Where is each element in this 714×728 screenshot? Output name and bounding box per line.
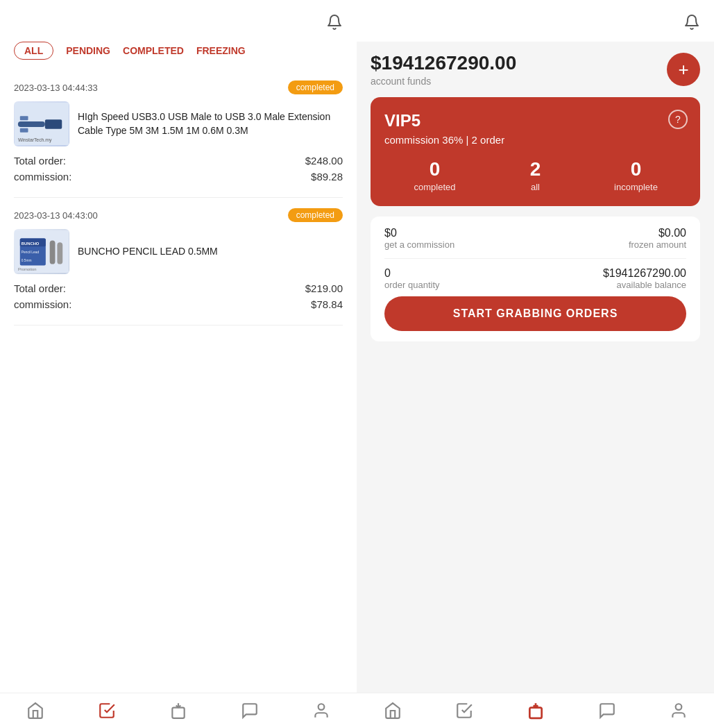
- left-header: [0, 0, 357, 42]
- right-content: $1941267290.00 account funds + ? VIP5 co…: [357, 42, 714, 693]
- commission-value: $89.28: [311, 171, 343, 183]
- svg-rect-17: [529, 708, 541, 718]
- product-row: WinstarTech.my HIgh Speed USB3.0 USB Mal…: [14, 101, 343, 146]
- order-qty-label: order quantity: [384, 280, 440, 290]
- commission-row: commission: $78.84: [14, 298, 343, 310]
- right-nav-orders[interactable]: [455, 702, 473, 720]
- nav-orders[interactable]: [98, 702, 116, 720]
- vip-stats: 0 completed 2 all 0 incomplete: [384, 158, 686, 192]
- svg-text:WinstarTech.my: WinstarTech.my: [18, 137, 52, 143]
- commission-label: commission:: [14, 298, 71, 310]
- left-panel: ALL PENDING COMPLETED FREEZING 2023-03-1…: [0, 0, 357, 728]
- order-date: 2023-03-13 04:44:33: [14, 83, 98, 93]
- total-order-value: $219.00: [305, 282, 343, 294]
- svg-text:Pencil Lead: Pencil Lead: [22, 251, 40, 254]
- right-nav-grab[interactable]: [527, 702, 545, 720]
- grab-orders-button[interactable]: START GRABBING ORDERS: [384, 296, 686, 331]
- nav-home[interactable]: [26, 702, 44, 720]
- status-badge: completed: [288, 208, 343, 222]
- svg-point-16: [318, 704, 324, 710]
- product-name: BUNCHO PENCIL LEAD 0.5MM: [78, 245, 218, 259]
- order-header: 2023-03-13 04:43:00 completed: [14, 208, 343, 222]
- account-label: account funds: [371, 76, 516, 87]
- vip-title: VIP5: [384, 111, 686, 130]
- svg-rect-12: [50, 240, 56, 264]
- all-label: all: [485, 182, 586, 192]
- right-nav-home[interactable]: [384, 702, 402, 720]
- balance-info-row: 0 order quantity $1941267290.00 availabl…: [384, 267, 686, 290]
- total-order-label: Total order:: [14, 282, 66, 294]
- commission-get-label: get a commission: [384, 239, 454, 250]
- help-button[interactable]: ?: [668, 110, 688, 129]
- all-count: 2: [485, 158, 586, 180]
- frozen-info: $0.00 frozen amount: [629, 227, 686, 250]
- order-date: 2023-03-13 04:43:00: [14, 210, 98, 221]
- commission-get-value: $0: [384, 227, 454, 239]
- right-bottom-nav: [357, 693, 714, 728]
- order-list: 2023-03-13 04:44:33 completed WinstarTec…: [0, 70, 357, 693]
- commission-label: commission:: [14, 171, 71, 183]
- order-item: 2023-03-13 04:44:33 completed WinstarTec…: [14, 70, 343, 198]
- commission-value: $78.84: [311, 298, 343, 310]
- product-name: HIgh Speed USB3.0 USB Male to USB 3.0 Ma…: [78, 110, 343, 137]
- stat-completed: 0 completed: [384, 158, 485, 192]
- info-card: $0 get a commission $0.00 frozen amount …: [371, 217, 700, 341]
- incomplete-count: 0: [586, 158, 686, 180]
- product-image: BUNCHO Pencil Lead 0.5mm Promotion: [14, 229, 69, 274]
- vip-card: ? VIP5 commission 36% | 2 order 0 comple…: [371, 97, 700, 206]
- svg-rect-4: [20, 128, 28, 133]
- commission-row: commission: $89.28: [14, 171, 343, 183]
- stat-incomplete: 0 incomplete: [586, 158, 686, 192]
- right-nav-profile[interactable]: [670, 702, 688, 720]
- svg-rect-15: [172, 708, 184, 718]
- svg-rect-3: [20, 116, 28, 120]
- svg-text:BUNCHO: BUNCHO: [22, 242, 40, 246]
- completed-count: 0: [384, 158, 485, 180]
- total-order-value: $248.00: [305, 155, 343, 167]
- frozen-value: $0.00: [629, 227, 686, 239]
- order-header: 2023-03-13 04:44:33 completed: [14, 81, 343, 94]
- product-row: BUNCHO Pencil Lead 0.5mm Promotion BUNCH…: [14, 229, 343, 274]
- balance-label: available balance: [603, 280, 686, 290]
- frozen-label: frozen amount: [629, 239, 686, 250]
- nav-profile[interactable]: [312, 702, 330, 720]
- left-bottom-nav: [0, 693, 357, 728]
- divider: [384, 258, 686, 259]
- svg-point-18: [675, 704, 681, 710]
- account-amount: $1941267290.00: [371, 52, 516, 74]
- total-order-label: Total order:: [14, 155, 66, 167]
- filter-tabs: ALL PENDING COMPLETED FREEZING: [0, 42, 357, 70]
- right-header: [357, 0, 714, 42]
- vip-commission: commission 36% | 2 order: [384, 134, 686, 146]
- completed-label: completed: [384, 182, 485, 192]
- order-qty-info: 0 order quantity: [384, 267, 440, 290]
- tab-freezing[interactable]: FREEZING: [196, 45, 246, 56]
- incomplete-label: incomplete: [586, 182, 686, 192]
- nav-grab[interactable]: [169, 702, 187, 720]
- notification-bell-icon[interactable]: [326, 14, 343, 35]
- svg-text:Promotion: Promotion: [18, 267, 37, 271]
- right-panel: $1941267290.00 account funds + ? VIP5 co…: [357, 0, 714, 728]
- stat-all: 2 all: [485, 158, 586, 192]
- add-funds-button[interactable]: +: [667, 53, 700, 86]
- status-badge: completed: [288, 81, 343, 94]
- tab-completed[interactable]: COMPLETED: [123, 45, 184, 56]
- commission-info-row: $0 get a commission $0.00 frozen amount: [384, 227, 686, 250]
- account-info: $1941267290.00 account funds: [371, 52, 516, 87]
- svg-text:0.5mm: 0.5mm: [22, 259, 32, 262]
- right-nav-messages[interactable]: [598, 702, 616, 720]
- product-image: WinstarTech.my: [14, 101, 69, 146]
- order-detail-row: Total order: $248.00: [14, 155, 343, 167]
- svg-rect-2: [45, 119, 62, 129]
- balance-value: $1941267290.00: [603, 267, 686, 280]
- svg-rect-1: [18, 121, 45, 127]
- tab-all[interactable]: ALL: [14, 42, 53, 60]
- nav-messages[interactable]: [241, 702, 259, 720]
- account-section: $1941267290.00 account funds +: [371, 52, 700, 87]
- tab-pending[interactable]: PENDING: [66, 45, 110, 56]
- available-balance-info: $1941267290.00 available balance: [603, 267, 686, 290]
- order-detail-row: Total order: $219.00: [14, 282, 343, 294]
- notification-bell-icon-right[interactable]: [683, 14, 700, 35]
- svg-rect-13: [57, 242, 62, 264]
- order-qty-value: 0: [384, 267, 440, 280]
